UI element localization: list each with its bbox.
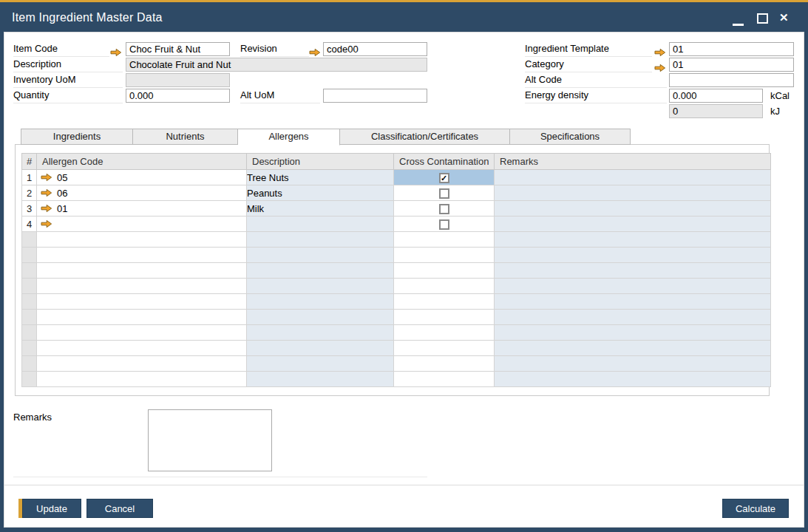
inventory-uom-input — [126, 73, 230, 87]
remarks-cell — [495, 356, 771, 372]
row-number-cell — [22, 232, 37, 248]
remarks-textarea[interactable] — [148, 409, 272, 471]
cross-contamination-cell — [394, 356, 495, 372]
description-cell — [247, 341, 394, 356]
link-arrow-icon[interactable] — [41, 219, 52, 228]
link-arrow-icon[interactable] — [110, 48, 122, 57]
energy-kcal-unit: kCal — [770, 90, 790, 101]
category-arrow-slot — [654, 61, 666, 74]
allergen-code-cell — [37, 294, 247, 310]
alt-code-input[interactable] — [669, 73, 794, 87]
table-row: 3 01Milk — [22, 201, 771, 216]
revision-arrow-slot — [309, 45, 321, 58]
window-title: Item Ingredient Master Data — [12, 11, 163, 24]
remarks-cell — [495, 248, 771, 263]
remarks-cell — [495, 341, 771, 356]
cross-contamination-cell — [394, 325, 495, 341]
column-header-remarks[interactable]: Remarks — [495, 154, 771, 170]
window-frame-left — [0, 32, 4, 532]
link-arrow-icon[interactable] — [41, 173, 52, 182]
ingredient-template-input[interactable] — [669, 42, 794, 56]
tab-specifications[interactable]: Specifications — [510, 129, 631, 145]
row-number-cell — [22, 263, 37, 279]
empty-table-row — [22, 248, 771, 263]
tab-ingredients[interactable]: Ingredients — [21, 129, 133, 145]
link-arrow-icon[interactable] — [654, 48, 666, 57]
remarks-cell[interactable] — [495, 216, 771, 232]
link-arrow-icon[interactable] — [41, 204, 52, 213]
update-button[interactable]: Update — [22, 499, 81, 518]
description-cell — [247, 356, 394, 372]
remarks-cell[interactable] — [495, 170, 771, 185]
cancel-button[interactable]: Cancel — [86, 499, 153, 518]
row-number-cell[interactable]: 2 — [22, 185, 37, 201]
column-header-row-number[interactable]: # — [22, 154, 37, 170]
description-cell — [247, 279, 394, 294]
item-code-input[interactable] — [126, 42, 230, 56]
remarks-cell[interactable] — [495, 185, 771, 201]
row-number-cell[interactable]: 1 — [22, 170, 37, 185]
footer-divider — [4, 485, 804, 485]
remarks-cell[interactable] — [495, 201, 771, 216]
cross-contamination-cell[interactable]: ✓ — [394, 170, 495, 185]
calculate-button[interactable]: Calculate — [722, 499, 789, 518]
column-header-description[interactable]: Description — [247, 154, 394, 170]
energy-density-input[interactable] — [669, 89, 763, 103]
cross-contamination-cell — [394, 263, 495, 279]
description-cell — [247, 372, 394, 387]
item-ingredient-master-data-window: Item Ingredient Master Data ✕ Item Code … — [0, 0, 808, 532]
cross-contamination-cell[interactable] — [394, 216, 495, 232]
cross-contamination-checkbox[interactable]: ✓ — [439, 173, 449, 183]
tab-allergens[interactable]: Allergens — [238, 129, 340, 146]
energy-density-label: Energy density — [525, 89, 667, 103]
table-row: 2 06Peanuts — [22, 185, 771, 201]
remarks-cell — [495, 372, 771, 387]
tab-nutrients[interactable]: Nutrients — [133, 129, 238, 145]
revision-label: Revision — [240, 43, 309, 57]
row-number-cell[interactable]: 4 — [22, 216, 37, 232]
tab-strip: IngredientsNutrientsAllergensClassificat… — [21, 129, 631, 145]
item-code-arrow-slot — [110, 45, 122, 58]
cross-contamination-checkbox[interactable] — [439, 188, 449, 199]
revision-input[interactable] — [323, 42, 427, 56]
row-number-cell[interactable]: 3 — [22, 201, 37, 216]
remarks-cell — [495, 232, 771, 248]
category-input[interactable] — [669, 58, 794, 72]
allergen-code-content — [37, 219, 246, 228]
cross-contamination-checkbox[interactable] — [439, 204, 449, 214]
minimize-icon[interactable] — [733, 24, 744, 26]
column-header-cross-contamination[interactable]: Cross Contamination — [394, 154, 495, 170]
empty-table-row — [22, 279, 771, 294]
cross-contamination-checkbox[interactable] — [439, 219, 449, 230]
description-cell: Peanuts — [247, 185, 394, 201]
cross-contamination-cell[interactable] — [394, 201, 495, 216]
alt-uom-input[interactable] — [323, 89, 427, 103]
allergen-code-cell[interactable]: 05 — [37, 170, 247, 185]
quantity-label: Quantity — [13, 89, 123, 103]
column-header-allergen-code[interactable]: Allergen Code — [37, 154, 247, 170]
description-cell — [247, 216, 394, 232]
allergen-code-cell — [37, 325, 247, 341]
allergens-tab-panel: #Allergen CodeDescriptionCross Contamina… — [15, 144, 770, 396]
cross-contamination-cell[interactable] — [394, 185, 495, 201]
quantity-input[interactable] — [126, 89, 230, 103]
empty-table-row — [22, 294, 771, 310]
link-arrow-icon[interactable] — [654, 64, 666, 72]
allergen-code-cell[interactable] — [37, 216, 247, 232]
cross-contamination-cell — [394, 310, 495, 325]
link-arrow-icon[interactable] — [309, 48, 321, 57]
cross-contamination-cell — [394, 294, 495, 310]
allergen-code-cell[interactable]: 06 — [37, 185, 247, 201]
allergen-code-cell[interactable]: 01 — [37, 201, 247, 216]
alt-code-label: Alt Code — [525, 74, 667, 88]
empty-table-row — [22, 356, 771, 372]
link-arrow-icon[interactable] — [41, 188, 52, 197]
allergen-code-value: 05 — [57, 172, 67, 183]
allergens-table: #Allergen CodeDescriptionCross Contamina… — [21, 153, 771, 387]
close-icon[interactable]: ✕ — [779, 11, 789, 24]
ingredient-template-arrow-slot — [654, 45, 666, 58]
maximize-icon[interactable] — [757, 13, 768, 24]
tab-classification-certificates[interactable]: Classification/Certificates — [340, 129, 510, 145]
inventory-uom-label: Inventory UoM — [13, 74, 123, 88]
row-number-cell — [22, 279, 37, 294]
